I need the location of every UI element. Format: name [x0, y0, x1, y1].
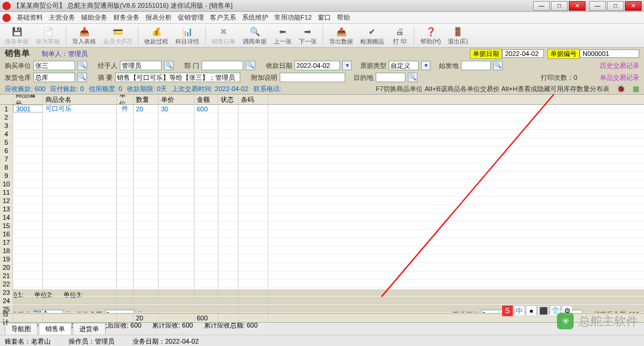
- cell-amt[interactable]: 600: [194, 105, 218, 113]
- menu-report[interactable]: 报表分析: [145, 13, 172, 22]
- tab-purchase[interactable]: 进货单: [73, 323, 106, 335]
- tb-save[interactable]: 💾保存单据: [2, 24, 31, 47]
- menu-crm[interactable]: 客户关系: [210, 13, 236, 22]
- tb-exit[interactable]: 🚪退出(E): [445, 24, 470, 47]
- grid-row-empty[interactable]: 17: [0, 238, 644, 247]
- grid-row-empty[interactable]: 20: [0, 263, 644, 272]
- buyer-input[interactable]: [33, 61, 75, 70]
- ime-keyboard-icon[interactable]: ⬛: [538, 306, 549, 316]
- warehouse-input[interactable]: [33, 73, 75, 82]
- buyer-search-button[interactable]: 🔍: [78, 61, 87, 70]
- grid-row-empty[interactable]: 2: [0, 113, 644, 121]
- grid-row-empty[interactable]: 10: [0, 180, 644, 188]
- tb-receipt[interactable]: 💰收款过程: [142, 24, 171, 47]
- ime-punct-icon[interactable]: ●: [526, 306, 537, 316]
- doc-date-value[interactable]: 2022-04-02: [502, 49, 544, 58]
- menu-aux[interactable]: 辅助业务: [81, 13, 107, 22]
- tb-next[interactable]: ➡下一张: [296, 24, 319, 47]
- grid-row-empty[interactable]: 24: [0, 297, 644, 305]
- grid-row-empty[interactable]: 12: [0, 197, 644, 205]
- grid-row-empty[interactable]: 5: [0, 138, 644, 146]
- cell-unit[interactable]: 件: [117, 105, 134, 113]
- warehouse-search-button[interactable]: 🔍: [78, 73, 87, 82]
- ime-cn-icon[interactable]: 中: [514, 306, 525, 316]
- menu-finance[interactable]: 财务业务: [113, 13, 140, 22]
- history-link[interactable]: 历史交易记录: [600, 61, 639, 70]
- grid-row-empty[interactable]: 6: [0, 146, 644, 155]
- tb-export[interactable]: 📤导出数据: [327, 24, 355, 47]
- summary-input[interactable]: [115, 73, 240, 82]
- max-button[interactable]: □: [607, 1, 624, 11]
- tb-order[interactable]: ✖销售订单: [209, 24, 238, 47]
- cell-status[interactable]: [218, 105, 239, 113]
- ime-sogou-icon[interactable]: S: [502, 306, 513, 316]
- ship-search-button[interactable]: 🔍: [493, 61, 503, 70]
- close-inner-button[interactable]: ✕: [569, 1, 586, 11]
- max-inner-button[interactable]: □: [551, 1, 568, 11]
- dest-search-button[interactable]: 🔍: [408, 73, 417, 82]
- tb-lookup[interactable]: 🔍调阅单据: [240, 24, 269, 47]
- grid-row-1[interactable]: 1 3001 可口可乐 件 20 30 600: [0, 105, 644, 113]
- cell-id[interactable]: 3001: [13, 105, 43, 113]
- close-button[interactable]: ✕: [625, 1, 642, 11]
- note-input[interactable]: [280, 73, 345, 82]
- menu-main[interactable]: 主营业务: [49, 13, 75, 22]
- tb-draft[interactable]: 📄存为草稿: [33, 24, 62, 47]
- cell-price[interactable]: 30: [159, 105, 194, 113]
- cell-barcode[interactable]: [239, 105, 268, 113]
- ticket-dropdown-button[interactable]: ▾: [421, 61, 431, 70]
- tb-print[interactable]: 🖨打 印: [389, 24, 410, 47]
- paydate-dropdown-button[interactable]: ▾: [342, 61, 352, 70]
- grid-row-empty[interactable]: 11: [0, 188, 644, 197]
- cell-qty[interactable]: 20: [134, 105, 159, 113]
- col-barcode[interactable]: 条码: [239, 95, 268, 104]
- tb-prev[interactable]: ⬅上一张: [271, 24, 294, 47]
- grid-row-empty[interactable]: 15: [0, 222, 644, 230]
- ime-skin-icon[interactable]: 👕: [550, 306, 561, 316]
- col-price[interactable]: 单价: [159, 95, 194, 104]
- dept-search-button[interactable]: 🔍: [246, 61, 255, 70]
- grid-row-empty[interactable]: 3: [0, 121, 644, 130]
- tb-member[interactable]: 💳会员卡(F2): [101, 24, 134, 47]
- menu-fav[interactable]: 常用功能F12: [274, 13, 312, 22]
- excel-icon[interactable]: ▦: [633, 85, 639, 93]
- dept-input[interactable]: [202, 61, 243, 70]
- ime-settings-icon[interactable]: ⚙: [562, 306, 572, 316]
- tb-help[interactable]: ❓帮助(H): [418, 24, 443, 47]
- menu-help[interactable]: 帮助: [337, 13, 350, 22]
- cell-name[interactable]: 可口可乐: [43, 105, 117, 113]
- grid-row-empty[interactable]: 22: [0, 280, 644, 288]
- grid-row-empty[interactable]: 21: [0, 272, 644, 280]
- tab-sale[interactable]: 销售单: [39, 323, 72, 335]
- dest-input[interactable]: [376, 73, 405, 82]
- item-history-link[interactable]: 单品交易记录: [600, 73, 639, 82]
- menu-system[interactable]: 系统维护: [242, 13, 268, 22]
- handler-input[interactable]: [120, 61, 162, 70]
- grid-row-empty[interactable]: 4: [0, 130, 644, 138]
- grid-row-empty[interactable]: 8: [0, 163, 644, 172]
- col-id[interactable]: 商品编号: [13, 95, 43, 104]
- col-amt[interactable]: 金额: [194, 95, 218, 104]
- min-button[interactable]: —: [589, 1, 606, 11]
- menu-window[interactable]: 窗口: [318, 13, 331, 22]
- menu-basic[interactable]: 基础资料: [17, 13, 43, 22]
- handler-search-button[interactable]: 🔍: [164, 61, 174, 70]
- col-name[interactable]: 商品全名: [43, 95, 117, 104]
- min-inner-button[interactable]: —: [533, 1, 550, 11]
- col-status[interactable]: 状态: [218, 95, 239, 104]
- grid-row-empty[interactable]: 14: [0, 213, 644, 222]
- ship-input[interactable]: [461, 61, 491, 70]
- grid-row-empty[interactable]: 9: [0, 172, 644, 180]
- menu-promo[interactable]: 促销管理: [178, 13, 204, 22]
- col-qty[interactable]: 数量: [134, 95, 159, 104]
- tb-import[interactable]: 📥导入表格: [70, 24, 98, 47]
- grid-row-empty[interactable]: 23: [0, 288, 644, 297]
- grid-row-empty[interactable]: 7: [0, 155, 644, 163]
- tb-gift[interactable]: ✔检测赠品: [358, 24, 386, 47]
- col-unit[interactable]: 单位: [117, 95, 134, 104]
- tb-subject[interactable]: 📊科目详情: [173, 24, 202, 47]
- grid-row-empty[interactable]: 13: [0, 205, 644, 213]
- paydate-input[interactable]: [295, 61, 340, 70]
- bug-icon[interactable]: 🐞: [617, 85, 626, 93]
- doc-no-value[interactable]: N000001: [580, 49, 639, 58]
